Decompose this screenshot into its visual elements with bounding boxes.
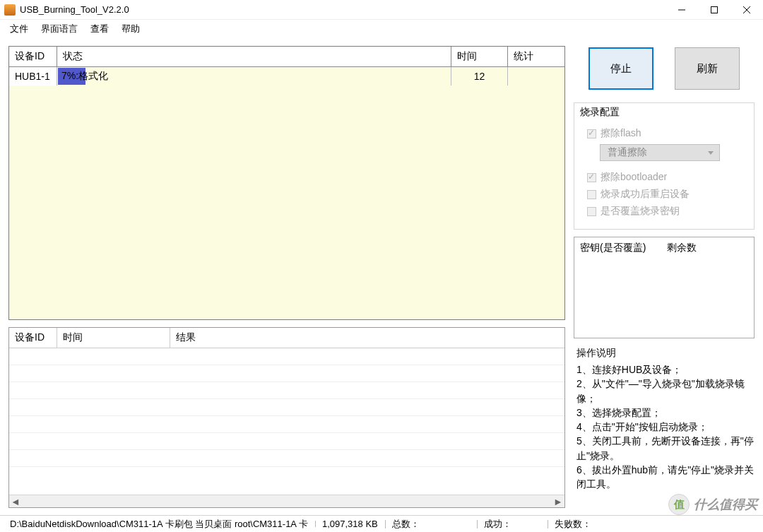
label-erase-flash: 擦除flash (601, 127, 641, 140)
col-device-id-2[interactable]: 设备ID (9, 328, 57, 348)
help-line: 6、拔出外置hub前，请先"停止"烧录并关闭工具。 (576, 463, 755, 492)
table-row (9, 416, 564, 433)
opt-erase-flash: 擦除flash (587, 127, 747, 140)
checkbox-erase-bootloader (587, 173, 596, 182)
opt-erase-bootloader: 擦除bootloader (587, 171, 747, 184)
table-row (9, 382, 564, 399)
device-status-table: 设备ID 状态 时间 统计 HUB1-1 7%:格式化 12 (8, 46, 565, 320)
col-time-2[interactable]: 时间 (57, 328, 170, 348)
help-panel: 操作说明 1、连接好HUB及设备； 2、从"文件"—"导入烧录包"加载烧录镜像；… (574, 345, 755, 492)
burn-config-title: 烧录配置 (574, 103, 754, 120)
checkbox-reboot (587, 190, 596, 199)
help-line: 3、选择烧录配置； (576, 406, 755, 420)
status-bar: D:\BaiduNetdiskDownload\CM311-1A 卡刷包 当贝桌… (0, 515, 763, 532)
result-table-wrap: 设备ID 时间 结果 ◄ ► (8, 327, 565, 508)
menu-bar: 文件 界面语言 查看 帮助 (0, 20, 763, 38)
key-list-panel: 密钥(是否覆盖) 剩余数 (574, 237, 755, 338)
help-body: 1、连接好HUB及设备； 2、从"文件"—"导入烧录包"加载烧录镜像； 3、选择… (574, 362, 755, 492)
stop-button[interactable]: 停止 (588, 47, 653, 90)
cell-status-progress: 7%:格式化 (57, 67, 451, 85)
status-size: 1,097,318 KB (315, 519, 385, 529)
table-row (9, 348, 564, 365)
menu-language[interactable]: 界面语言 (35, 21, 83, 37)
menu-file[interactable]: 文件 (4, 21, 34, 37)
col-stat[interactable]: 统计 (508, 47, 564, 66)
help-line: 5、关闭工具前，先断开设备连接，再"停止"烧录。 (576, 434, 755, 463)
label-overwrite-key: 是否覆盖烧录密钥 (601, 205, 680, 218)
col-status[interactable]: 状态 (57, 47, 451, 66)
title-bar: USB_Burning_Tool_V2.2.0 (0, 0, 763, 20)
status-total: 总数： (385, 518, 477, 531)
help-line: 1、连接好HUB及设备； (576, 362, 755, 377)
cell-device-id: HUB1-1 (9, 67, 57, 85)
app-icon (4, 4, 16, 16)
burn-config-panel: 烧录配置 擦除flash 普通擦除 擦除bootloader 烧录成功后重启设备 (574, 102, 755, 230)
svg-rect-1 (711, 6, 718, 13)
scroll-right-icon[interactable]: ► (552, 495, 564, 507)
result-table: 设备ID 时间 结果 (9, 328, 564, 495)
help-line: 4、点击"开始"按钮启动烧录； (576, 420, 755, 434)
table-row (9, 433, 564, 450)
help-line: 2、从"文件"—"导入烧录包"加载烧录镜像； (576, 377, 755, 406)
scroll-left-icon[interactable]: ◄ (9, 495, 22, 507)
menu-view[interactable]: 查看 (85, 21, 114, 37)
maximize-button[interactable] (698, 0, 731, 20)
checkbox-erase-flash (587, 129, 596, 138)
minimize-button[interactable] (666, 0, 698, 20)
col-time[interactable]: 时间 (451, 47, 508, 66)
refresh-button[interactable]: 刷新 (675, 47, 740, 90)
col-result[interactable]: 结果 (170, 328, 564, 348)
help-title: 操作说明 (574, 345, 755, 362)
table-row (9, 399, 564, 416)
table-row (9, 450, 564, 467)
opt-overwrite-key: 是否覆盖烧录密钥 (587, 205, 747, 218)
key-col-1: 密钥(是否覆盖) (580, 242, 646, 254)
scroll-track[interactable] (22, 495, 552, 507)
table-row[interactable]: HUB1-1 7%:格式化 12 (9, 67, 564, 85)
status-path: D:\BaiduNetdiskDownload\CM311-1A 卡刷包 当贝桌… (3, 518, 315, 531)
horizontal-scrollbar[interactable]: ◄ ► (9, 495, 564, 507)
status-success: 成功： (477, 518, 548, 531)
menu-help[interactable]: 帮助 (116, 21, 146, 37)
progress-text: 7%:格式化 (57, 70, 108, 83)
close-button[interactable] (731, 0, 763, 20)
cell-stat (508, 67, 564, 85)
checkbox-overwrite-key (587, 207, 596, 216)
label-reboot: 烧录成功后重启设备 (601, 188, 690, 201)
cell-time: 12 (451, 67, 508, 85)
label-erase-bootloader: 擦除bootloader (601, 171, 667, 184)
status-fail: 失败数： (548, 518, 760, 531)
erase-mode-select: 普通擦除 (600, 144, 720, 161)
col-device-id[interactable]: 设备ID (9, 47, 57, 66)
opt-reboot-after: 烧录成功后重启设备 (587, 188, 747, 201)
window-title: USB_Burning_Tool_V2.2.0 (20, 4, 666, 15)
table-row (9, 365, 564, 382)
key-col-2: 剩余数 (667, 242, 697, 254)
